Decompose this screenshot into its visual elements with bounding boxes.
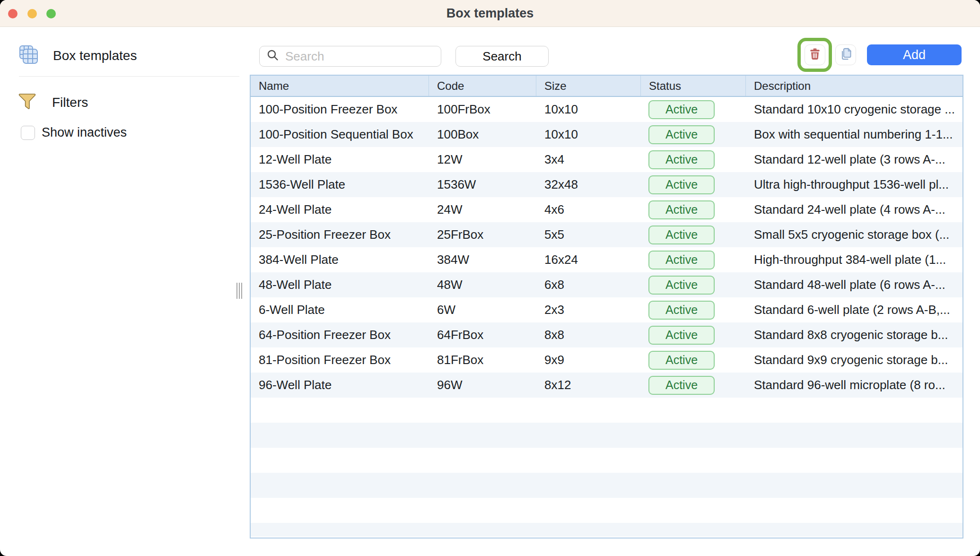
cell-code: 48W bbox=[429, 278, 536, 292]
cell-status: Active bbox=[641, 251, 746, 269]
cell-size: 10x10 bbox=[536, 102, 641, 117]
cell-size: 8x12 bbox=[536, 378, 641, 392]
sidebar-divider bbox=[19, 76, 239, 77]
table-row[interactable]: 96-Well Plate 96W 8x12 Active Standard 9… bbox=[251, 373, 962, 398]
funnel-icon bbox=[18, 92, 37, 113]
cell-size: 16x24 bbox=[536, 252, 641, 267]
table-row[interactable]: 6-Well Plate 6W 2x3 Active Standard 6-we… bbox=[251, 297, 962, 322]
table-row[interactable]: 25-Position Freezer Box 25FrBox 5x5 Acti… bbox=[251, 222, 962, 247]
cell-status: Active bbox=[641, 301, 746, 320]
table-row[interactable]: 384-Well Plate 384W 16x24 Active High-th… bbox=[251, 247, 962, 272]
column-header-size[interactable]: Size bbox=[536, 76, 641, 96]
table-row[interactable]: 24-Well Plate 24W 4x6 Active Standard 24… bbox=[251, 197, 962, 222]
box-grid-icon bbox=[19, 45, 39, 67]
cell-name: 6-Well Plate bbox=[251, 303, 429, 317]
search-input[interactable]: Search bbox=[259, 46, 441, 67]
cell-status: Active bbox=[641, 276, 746, 295]
search-placeholder: Search bbox=[285, 49, 324, 64]
status-badge: Active bbox=[648, 301, 715, 320]
table-row[interactable]: 64-Position Freezer Box 64FrBox 8x8 Acti… bbox=[251, 322, 962, 348]
column-header-status[interactable]: Status bbox=[641, 76, 746, 96]
cell-name: 96-Well Plate bbox=[251, 378, 429, 392]
cell-code: 100Box bbox=[429, 127, 536, 142]
cell-size: 9x9 bbox=[536, 353, 641, 367]
cell-code: 64FrBox bbox=[429, 328, 536, 342]
table-row[interactable]: 100-Position Sequential Box 100Box 10x10… bbox=[251, 122, 962, 147]
cell-name: 384-Well Plate bbox=[251, 252, 429, 267]
table-row[interactable]: 48-Well Plate 48W 6x8 Active Standard 48… bbox=[251, 272, 962, 297]
table-row[interactable]: 1536-Well Plate 1536W 32x48 Active Ultra… bbox=[251, 172, 962, 197]
filters-label: Filters bbox=[52, 95, 88, 110]
cell-description: Ultra high-throughput 1536-well pl... bbox=[746, 177, 962, 192]
status-badge: Active bbox=[648, 376, 715, 395]
cell-description: Standard 6-well plate (2 rows A-B,... bbox=[746, 303, 962, 317]
table-row[interactable]: 81-Position Freezer Box 81FrBox 9x9 Acti… bbox=[251, 348, 962, 373]
window-title: Box templates bbox=[0, 0, 980, 27]
status-badge: Active bbox=[648, 125, 715, 144]
cell-status: Active bbox=[641, 326, 746, 345]
duplicate-button[interactable] bbox=[835, 44, 856, 65]
status-badge: Active bbox=[648, 100, 715, 119]
filters-section-header: Filters bbox=[18, 92, 88, 113]
cell-status: Active bbox=[641, 175, 746, 194]
cell-size: 8x8 bbox=[536, 328, 641, 342]
trash-icon bbox=[808, 47, 822, 62]
column-header-name[interactable]: Name bbox=[251, 76, 429, 96]
cell-name: 64-Position Freezer Box bbox=[251, 328, 429, 342]
cell-name: 100-Position Sequential Box bbox=[251, 127, 429, 142]
cell-name: 12-Well Plate bbox=[251, 152, 429, 167]
sidebar-title: Box templates bbox=[53, 48, 137, 63]
cell-description: Standard 96-well microplate (8 ro... bbox=[746, 378, 962, 392]
status-badge: Active bbox=[648, 326, 715, 345]
cell-size: 32x48 bbox=[536, 177, 641, 192]
add-button[interactable]: Add bbox=[867, 44, 962, 65]
cell-description: Standard 10x10 cryogenic storage ... bbox=[746, 102, 962, 117]
titlebar: Box templates bbox=[0, 0, 980, 27]
cell-code: 384W bbox=[429, 252, 536, 267]
cell-size: 4x6 bbox=[536, 202, 641, 217]
table-row[interactable]: 100-Position Freezer Box 100FrBox 10x10 … bbox=[251, 97, 962, 122]
cell-status: Active bbox=[641, 351, 746, 370]
cell-name: 25-Position Freezer Box bbox=[251, 227, 429, 242]
column-header-code[interactable]: Code bbox=[429, 76, 536, 96]
cell-name: 1536-Well Plate bbox=[251, 177, 429, 192]
delete-button[interactable] bbox=[805, 44, 825, 65]
status-badge: Active bbox=[648, 251, 715, 269]
copy-pages-icon bbox=[839, 47, 852, 62]
cell-status: Active bbox=[641, 100, 746, 119]
cell-code: 1536W bbox=[429, 177, 536, 192]
table-row[interactable]: 12-Well Plate 12W 3x4 Active Standard 12… bbox=[251, 147, 962, 172]
app-window: Box templates Box templates bbox=[0, 0, 980, 556]
status-badge: Active bbox=[648, 175, 715, 194]
column-header-description[interactable]: Description bbox=[746, 76, 962, 96]
screenshot-stage: Box templates Box templates bbox=[0, 0, 980, 556]
status-badge: Active bbox=[648, 276, 715, 295]
cell-description: Standard 24-well plate (4 rows A-... bbox=[746, 202, 962, 217]
cell-name: 100-Position Freezer Box bbox=[251, 102, 429, 117]
cell-size: 6x8 bbox=[536, 278, 641, 292]
cell-name: 48-Well Plate bbox=[251, 278, 429, 292]
cell-description: Small 5x5 cryogenic storage box (... bbox=[746, 227, 962, 242]
search-button[interactable]: Search bbox=[455, 46, 549, 67]
sidebar-resize-handle[interactable] bbox=[236, 283, 242, 299]
cell-status: Active bbox=[641, 150, 746, 169]
show-inactives-row: Show inactives bbox=[21, 125, 127, 140]
cell-name: 81-Position Freezer Box bbox=[251, 353, 429, 367]
cell-code: 81FrBox bbox=[429, 353, 536, 367]
status-badge: Active bbox=[648, 351, 715, 370]
cell-name: 24-Well Plate bbox=[251, 202, 429, 217]
cell-code: 100FrBox bbox=[429, 102, 536, 117]
cell-code: 25FrBox bbox=[429, 227, 536, 242]
show-inactives-checkbox[interactable] bbox=[21, 126, 35, 140]
cell-size: 5x5 bbox=[536, 227, 641, 242]
cell-size: 2x3 bbox=[536, 303, 641, 317]
cell-status: Active bbox=[641, 125, 746, 144]
show-inactives-label: Show inactives bbox=[42, 125, 127, 140]
search-icon bbox=[266, 49, 280, 64]
status-badge: Active bbox=[648, 226, 715, 244]
cell-code: 96W bbox=[429, 378, 536, 392]
cell-status: Active bbox=[641, 376, 746, 395]
cell-status: Active bbox=[641, 200, 746, 219]
cell-description: Box with sequential numbering 1-1... bbox=[746, 127, 962, 142]
cell-description: Standard 12-well plate (3 rows A-... bbox=[746, 152, 962, 167]
